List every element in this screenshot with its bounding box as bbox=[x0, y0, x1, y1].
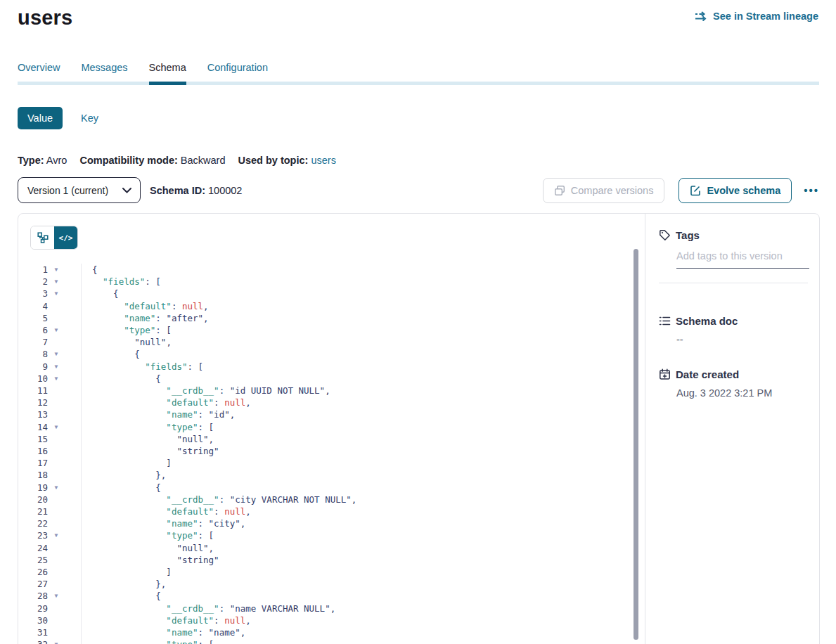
tab-schema[interactable]: Schema bbox=[149, 62, 186, 85]
gutter-line: 10▼ bbox=[18, 373, 81, 385]
more-options-button[interactable]: ••• bbox=[804, 187, 819, 194]
code-line: "type": [ bbox=[92, 324, 356, 336]
fold-toggle-icon[interactable]: ▼ bbox=[48, 373, 65, 385]
gutter-line: 28▼ bbox=[18, 590, 81, 602]
fold-toggle-icon[interactable]: ▼ bbox=[48, 264, 65, 276]
line-number: 15 bbox=[18, 433, 48, 445]
editor-gutter: 1▼2▼3▼456▼78▼9▼10▼11121314▼1516171819▼20… bbox=[18, 264, 82, 644]
tab-overview[interactable]: Overview bbox=[18, 62, 60, 82]
gutter-line: 27 bbox=[18, 578, 81, 590]
value-toggle-button[interactable]: Value bbox=[18, 107, 63, 129]
line-number: 24 bbox=[18, 542, 48, 554]
list-icon bbox=[659, 316, 671, 326]
gutter-line: 14▼ bbox=[18, 421, 81, 433]
fold-spacer bbox=[48, 505, 65, 517]
stream-lineage-icon bbox=[695, 11, 708, 21]
editor-code[interactable]: { "fields": [ { "default": null, "name":… bbox=[82, 264, 356, 644]
code-line: "type": [ bbox=[92, 638, 356, 644]
gutter-line: 11 bbox=[18, 385, 81, 397]
gutter-line: 31 bbox=[18, 626, 81, 638]
tag-icon bbox=[659, 229, 671, 241]
code-line: { bbox=[92, 482, 356, 494]
fold-toggle-icon[interactable]: ▼ bbox=[48, 288, 65, 300]
code-line: "default": null, bbox=[92, 300, 356, 312]
tree-view-button[interactable] bbox=[31, 226, 54, 249]
line-number: 30 bbox=[18, 614, 48, 626]
gutter-line: 26 bbox=[18, 566, 81, 578]
line-number: 11 bbox=[18, 385, 48, 397]
line-number: 1 bbox=[18, 264, 48, 276]
code-view-icon: </> bbox=[59, 233, 73, 243]
code-line: "name": "id", bbox=[92, 408, 356, 420]
code-line: "fields": [ bbox=[92, 361, 356, 373]
tab-configuration[interactable]: Configuration bbox=[207, 62, 268, 82]
compare-icon bbox=[554, 185, 565, 196]
schema-type: Type: Avro bbox=[18, 155, 67, 166]
line-number: 8 bbox=[18, 348, 48, 360]
schema-panel: </> 1▼2▼3▼456▼78▼9▼10▼11121314▼151617181… bbox=[18, 213, 820, 644]
gutter-line: 12 bbox=[18, 397, 81, 408]
fold-toggle-icon[interactable]: ▼ bbox=[48, 348, 65, 360]
gutter-line: 29 bbox=[18, 603, 81, 614]
fold-toggle-icon[interactable]: ▼ bbox=[48, 529, 65, 541]
code-line: }, bbox=[92, 578, 356, 590]
code-line: "fields": [ bbox=[92, 276, 356, 288]
compatibility-mode: Compatibility mode: Backward bbox=[79, 155, 225, 166]
fold-toggle-icon[interactable]: ▼ bbox=[48, 421, 65, 433]
line-number: 18 bbox=[18, 469, 48, 481]
value-key-toggle: Value Key bbox=[18, 107, 98, 129]
compare-versions-button[interactable]: Compare versions bbox=[543, 178, 665, 203]
line-number: 3 bbox=[18, 288, 48, 300]
fold-spacer bbox=[48, 300, 65, 312]
gutter-line: 3▼ bbox=[18, 288, 81, 300]
line-number: 29 bbox=[18, 603, 48, 614]
fold-spacer bbox=[48, 312, 65, 324]
code-line: "null", bbox=[92, 542, 356, 554]
line-number: 32 bbox=[18, 638, 48, 644]
code-view-button[interactable]: </> bbox=[54, 226, 77, 249]
stream-lineage-link[interactable]: See in Stream lineage bbox=[695, 11, 818, 22]
fold-toggle-icon[interactable]: ▼ bbox=[48, 324, 65, 336]
code-line: "null", bbox=[92, 336, 356, 348]
code-line: "type": [ bbox=[92, 421, 356, 433]
evolve-schema-button[interactable]: Evolve schema bbox=[679, 178, 792, 203]
code-line: { bbox=[92, 590, 356, 602]
code-line: "default": null, bbox=[92, 397, 356, 408]
code-line: "string" bbox=[92, 445, 356, 457]
gutter-line: 23▼ bbox=[18, 529, 81, 541]
gutter-line: 19▼ bbox=[18, 482, 81, 494]
fold-toggle-icon[interactable]: ▼ bbox=[48, 638, 65, 644]
code-line: "string" bbox=[92, 554, 356, 566]
gutter-line: 32▼ bbox=[18, 638, 81, 644]
fold-toggle-icon[interactable]: ▼ bbox=[48, 361, 65, 373]
add-tags-input[interactable] bbox=[676, 250, 809, 269]
line-number: 12 bbox=[18, 397, 48, 408]
code-line: "type": [ bbox=[92, 529, 356, 541]
code-line: "__crdb__": "city VARCHAR NOT NULL", bbox=[92, 494, 356, 505]
fold-toggle-icon[interactable]: ▼ bbox=[48, 482, 65, 494]
version-select[interactable]: Version 1 (current) bbox=[18, 177, 141, 203]
fold-toggle-icon[interactable]: ▼ bbox=[48, 590, 65, 602]
code-line: "default": null, bbox=[92, 505, 356, 517]
tab-messages[interactable]: Messages bbox=[81, 62, 127, 82]
gutter-line: 18 bbox=[18, 469, 81, 481]
date-created-heading: Date created bbox=[659, 368, 808, 380]
fold-spacer bbox=[48, 336, 65, 348]
line-number: 2 bbox=[18, 276, 48, 288]
sidebar-divider bbox=[659, 283, 808, 283]
code-line: "name": "after", bbox=[92, 312, 356, 324]
code-editor-body: 1▼2▼3▼456▼78▼9▼10▼11121314▼1516171819▼20… bbox=[18, 264, 645, 644]
topic-link[interactable]: users bbox=[311, 155, 335, 166]
fold-spacer bbox=[48, 433, 65, 445]
schema-meta: Type: Avro Compatibility mode: Backward … bbox=[18, 155, 336, 166]
editor-scrollbar[interactable] bbox=[634, 249, 638, 640]
gutter-line: 4 bbox=[18, 300, 81, 312]
gutter-line: 20 bbox=[18, 494, 81, 505]
key-toggle-button[interactable]: Key bbox=[81, 112, 98, 124]
line-number: 17 bbox=[18, 457, 48, 469]
editor-view-toggle: </> bbox=[30, 226, 78, 250]
code-line: ] bbox=[92, 457, 356, 469]
tags-heading: Tags bbox=[659, 229, 808, 241]
fold-spacer bbox=[48, 385, 65, 397]
fold-toggle-icon[interactable]: ▼ bbox=[48, 276, 65, 288]
